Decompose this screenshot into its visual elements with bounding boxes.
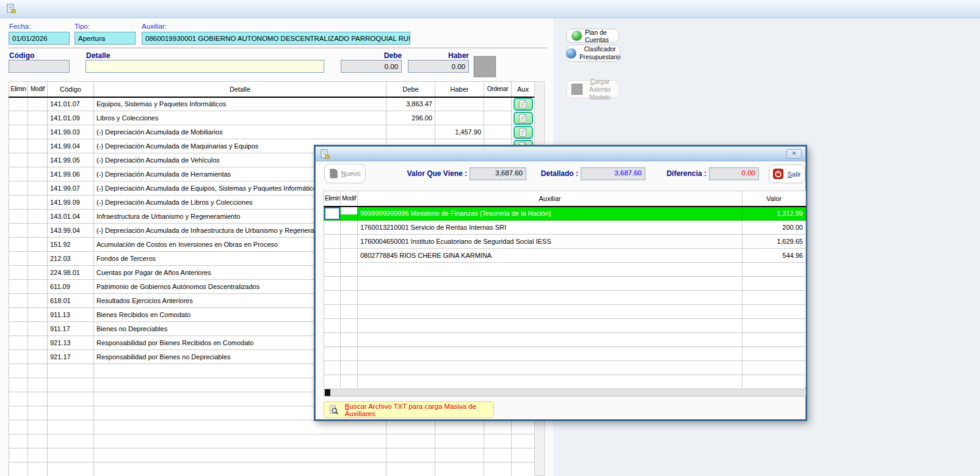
elimin-cell[interactable] xyxy=(9,378,28,392)
aux-button[interactable] xyxy=(514,98,533,111)
modif-cell[interactable] xyxy=(28,434,48,449)
dialog-close-icon[interactable]: ✕ xyxy=(786,149,802,159)
elimin-cell[interactable] xyxy=(9,294,28,308)
debe-cell[interactable]: 3,863.47 xyxy=(387,97,435,111)
debe-cell[interactable] xyxy=(387,434,435,449)
modif-cell[interactable] xyxy=(28,167,48,181)
elimin-cell[interactable] xyxy=(9,125,28,139)
dialog-h-scrollbar[interactable] xyxy=(324,389,806,397)
elimin-cell[interactable] xyxy=(324,347,341,361)
elimin-cell[interactable] xyxy=(324,277,341,291)
elimin-cell[interactable] xyxy=(9,210,28,224)
valor-cell[interactable] xyxy=(742,277,806,291)
valor-cell[interactable] xyxy=(742,291,806,305)
modif-cell[interactable] xyxy=(28,97,48,111)
debe-cell[interactable] xyxy=(387,125,435,139)
elimin-cell[interactable] xyxy=(9,420,28,434)
ordenar-cell[interactable] xyxy=(484,111,512,125)
valor-cell[interactable] xyxy=(742,263,806,277)
auxiliar-input[interactable]: 0860019930001 GOBIERNO AUTONOMO DESCENTR… xyxy=(142,32,410,45)
elimin-cell[interactable] xyxy=(324,221,341,235)
fecha-input[interactable]: 01/01/2026 xyxy=(9,32,70,45)
clasificador-presupuestario-button[interactable]: ClasificadorPresupuestario xyxy=(566,45,620,62)
aux-button[interactable] xyxy=(514,112,533,125)
detalle-cell[interactable] xyxy=(94,420,387,434)
elimin-cell[interactable] xyxy=(9,224,28,238)
debe-cell[interactable]: 296.00 xyxy=(387,111,435,125)
auxiliar-cell[interactable]: 0802778845 RIOS CHERE GINA KARMINA xyxy=(358,249,742,263)
auxiliar-cell[interactable]: 1760013210001 Servicio de Rentas Interna… xyxy=(358,221,742,235)
elimin-cell[interactable] xyxy=(9,238,28,252)
modif-cell[interactable] xyxy=(341,347,358,361)
debe-cell[interactable] xyxy=(387,420,435,434)
codigo-cell[interactable]: 212.03 xyxy=(48,252,94,266)
elimin-cell[interactable] xyxy=(9,350,28,364)
tipo-input[interactable]: Apertura xyxy=(74,32,136,45)
elimin-cell[interactable] xyxy=(9,167,28,181)
codigo-cell[interactable]: 911.13 xyxy=(48,308,94,322)
codigo-cell[interactable]: 141.99.04 xyxy=(48,139,94,153)
modif-cell[interactable] xyxy=(28,364,48,378)
auxiliar-cell[interactable] xyxy=(358,375,742,388)
haber-cell[interactable] xyxy=(435,97,484,111)
codigo-input[interactable] xyxy=(9,60,70,73)
elimin-cell[interactable] xyxy=(9,111,28,125)
modif-cell[interactable] xyxy=(341,249,358,263)
valor-cell[interactable] xyxy=(742,375,806,388)
haber-cell[interactable] xyxy=(435,434,484,449)
modif-cell[interactable] xyxy=(28,350,48,364)
elimin-cell[interactable] xyxy=(9,252,28,266)
codigo-cell[interactable] xyxy=(48,392,94,406)
codigo-cell[interactable]: 141.99.03 xyxy=(48,125,94,139)
haber-cell[interactable]: 1,457.90 xyxy=(435,125,484,139)
codigo-cell[interactable]: 141.99.07 xyxy=(48,181,94,196)
auxiliar-cell[interactable] xyxy=(358,277,742,291)
elimin-cell[interactable] xyxy=(324,263,341,277)
dialog-h-scroll-thumb[interactable] xyxy=(325,389,330,396)
modif-cell[interactable] xyxy=(28,406,48,420)
elimin-cell[interactable] xyxy=(324,333,341,347)
elimin-cell[interactable] xyxy=(9,280,28,294)
codigo-cell[interactable] xyxy=(48,420,94,434)
modif-cell[interactable] xyxy=(28,449,48,463)
codigo-cell[interactable]: 611.09 xyxy=(48,280,94,294)
codigo-cell[interactable]: 143.99.04 xyxy=(48,224,94,238)
valor-cell[interactable] xyxy=(742,319,806,333)
codigo-cell[interactable]: 143.01.04 xyxy=(48,210,94,224)
haber-cell[interactable] xyxy=(435,420,484,434)
nuevo-button[interactable]: Nuevo xyxy=(324,164,366,183)
modif-cell[interactable] xyxy=(28,181,48,196)
auxiliar-cell[interactable] xyxy=(358,333,742,347)
valor-cell[interactable]: 1,312.99 xyxy=(742,207,806,221)
elimin-cell[interactable] xyxy=(324,207,341,221)
elimin-cell[interactable] xyxy=(9,364,28,378)
elimin-cell[interactable] xyxy=(9,196,28,210)
elimin-cell[interactable] xyxy=(9,322,28,336)
codigo-cell[interactable]: 141.99.09 xyxy=(48,196,94,210)
buscar-archivo-txt-button[interactable]: Buscar Archivo TXT para carga Masiva de … xyxy=(324,401,494,418)
elimin-cell[interactable] xyxy=(9,266,28,280)
codigo-cell[interactable] xyxy=(48,434,94,449)
detalle-cell[interactable]: (-) Depreciación Acumulada de Mobiliario… xyxy=(94,125,387,139)
ordenar-cell[interactable] xyxy=(484,420,512,434)
detalle-input[interactable] xyxy=(85,60,324,73)
modif-cell[interactable] xyxy=(28,153,48,167)
modif-cell[interactable] xyxy=(28,378,48,392)
codigo-cell[interactable]: 618.01 xyxy=(48,294,94,308)
auxiliar-cell[interactable] xyxy=(358,319,742,333)
modif-cell[interactable] xyxy=(28,420,48,434)
elimin-cell[interactable] xyxy=(324,291,341,305)
elimin-cell[interactable] xyxy=(324,319,341,333)
codigo-cell[interactable] xyxy=(48,406,94,420)
modif-cell[interactable] xyxy=(28,210,48,224)
elimin-cell[interactable] xyxy=(9,449,28,463)
modif-cell[interactable] xyxy=(341,319,358,333)
plan-de-cuentas-button[interactable]: Plan de Cuentas xyxy=(566,29,619,43)
modif-cell[interactable] xyxy=(28,238,48,252)
modif-cell[interactable] xyxy=(341,291,358,305)
valor-cell[interactable]: 544.96 xyxy=(742,249,806,263)
detalle-cell[interactable]: Equipos, Sistemas y Paquetes Informático… xyxy=(94,97,387,111)
valor-cell[interactable]: 200.00 xyxy=(742,221,806,235)
codigo-cell[interactable]: 921.17 xyxy=(48,350,94,364)
codigo-cell[interactable]: 224.98.01 xyxy=(48,266,94,280)
